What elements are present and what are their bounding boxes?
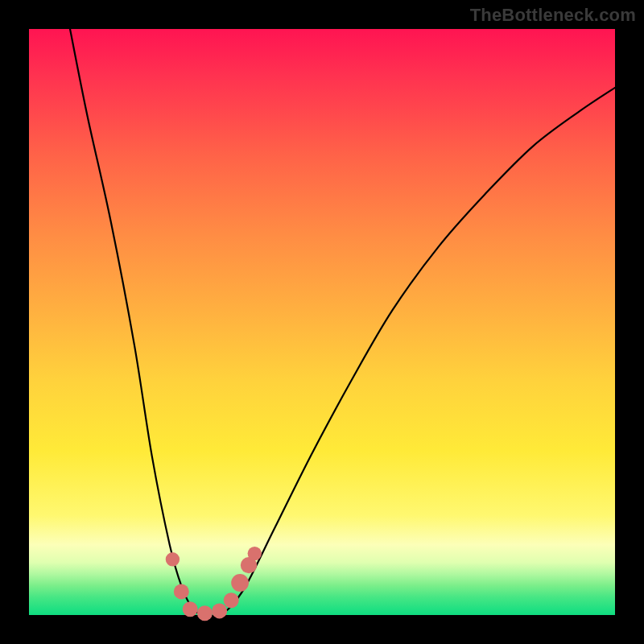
curve-marker — [183, 601, 198, 617]
curve-marker — [166, 552, 180, 566]
bottleneck-curve — [70, 29, 615, 616]
curve-marker — [197, 605, 213, 621]
curve-marker — [174, 584, 189, 599]
curve-marker — [224, 592, 239, 608]
curve-marker — [212, 603, 227, 618]
bottleneck-curve-svg — [29, 29, 615, 615]
chart-plot-area — [29, 29, 615, 615]
curve-marker — [231, 574, 249, 592]
watermark-text: TheBottleneck.com — [470, 5, 636, 26]
curve-marker — [248, 547, 262, 560]
